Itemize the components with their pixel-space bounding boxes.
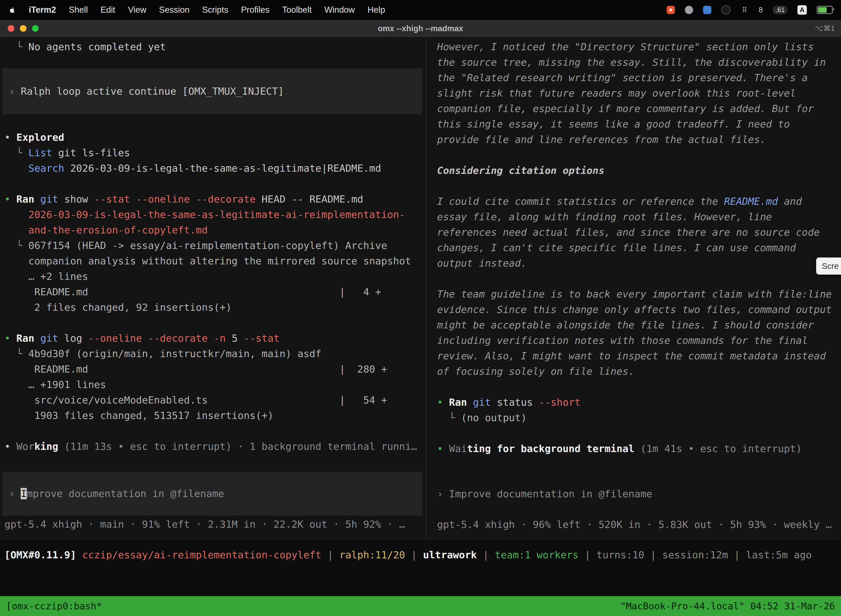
prompt-text-right[interactable]: › Improve documentation in @filename bbox=[437, 486, 841, 502]
thinking-line-3: output instead. bbox=[437, 255, 841, 271]
thinking-line-5: this single essay, it seems like a good … bbox=[437, 116, 841, 132]
omx-status-bar: [OMX#0.11.9] cczip/essay/ai-reimplementa… bbox=[0, 539, 841, 596]
menu-status-icons: ⠿ 8 .61 A bbox=[667, 5, 833, 15]
git-show-more-lines: … +2 lines bbox=[4, 269, 426, 284]
thinking-line-4: review. Also, I might want to inspect th… bbox=[437, 348, 841, 364]
git-show-commit-line: └ 067f154 (HEAD -> essay/ai-reimplementa… bbox=[4, 238, 426, 253]
prompt-text-left[interactable]: › Improve documentation in @filename bbox=[9, 486, 422, 502]
apple-menu-icon[interactable] bbox=[8, 5, 16, 15]
terminal: └ No agents completed yet › Ralph loop a… bbox=[0, 37, 841, 616]
thinking-line-0: The team guideline is to back every impo… bbox=[437, 286, 841, 302]
dark-app-icon[interactable] bbox=[721, 5, 731, 15]
thinking-line-6: provide file and line references from th… bbox=[437, 132, 841, 147]
thinking-paragraph-2-first: I could cite commit statistics or refere… bbox=[437, 194, 841, 209]
agents-status-line: └ No agents completed yet bbox=[4, 39, 426, 55]
thinking-line-2: the "Related research writing" section i… bbox=[437, 70, 841, 85]
thinking-line-1: references need actual files, and since … bbox=[437, 224, 841, 240]
prompt-input-left[interactable]: › Improve documentation in @filename bbox=[2, 472, 422, 516]
traffic-lights bbox=[8, 25, 39, 32]
status-badge[interactable]: .61 bbox=[773, 6, 787, 14]
menu-item-2[interactable]: View bbox=[128, 5, 147, 15]
git-status-output: └ (no output) bbox=[437, 410, 841, 425]
explored-list-cmd: └ List git ls-files bbox=[4, 145, 426, 161]
menu-item-3[interactable]: Session bbox=[159, 5, 189, 15]
ran-git-log-cmd: • Ran git log --oneline --decorate -n 5 … bbox=[4, 331, 426, 346]
thinking-line-5: of focusing solely on file lines. bbox=[437, 364, 841, 379]
input-source-icon[interactable]: A bbox=[797, 5, 807, 15]
minimize-window-button[interactable] bbox=[20, 25, 26, 32]
git-log-summary: 1903 files changed, 513517 insertions(+) bbox=[4, 408, 426, 423]
thinking-line-1: evidence. Since this change only affects… bbox=[437, 302, 841, 317]
git-show-commit-msg: companion analysis without altering the … bbox=[4, 253, 426, 269]
waiting-status-line: • Waiting for background terminal (1m 41… bbox=[437, 441, 841, 456]
thinking-paragraph-2: essay file, along with finding root file… bbox=[437, 209, 841, 271]
thinking-line-2: might be acceptable alongside the file l… bbox=[437, 317, 841, 333]
git-show-filename-2: and-the-erosion-of-copyleft.md bbox=[4, 223, 426, 238]
ran-git-status-cmd: • Ran git status --short bbox=[437, 395, 841, 410]
screen-recording-indicator-icon[interactable] bbox=[667, 6, 675, 14]
window-title-bar: omx --xhigh --madmax ⌥⌘1 bbox=[0, 20, 841, 37]
menu-item-7[interactable]: Window bbox=[324, 5, 355, 15]
terminal-pane-right[interactable]: However, I noticed the "Directory Struct… bbox=[426, 37, 841, 539]
tmux-status-bar: [omx-cczip0:bash* "MacBook-Pro-44.local"… bbox=[0, 596, 841, 616]
menu-item-1[interactable]: Edit bbox=[100, 5, 115, 15]
thinking-line-0: However, I noticed the "Directory Struct… bbox=[437, 39, 841, 55]
menu-item-4[interactable]: Scripts bbox=[202, 5, 229, 15]
menu-item-0[interactable]: Shell bbox=[69, 5, 88, 15]
menu-item-8[interactable]: Help bbox=[368, 5, 385, 15]
thinking-line-3: slight risk that future readers may over… bbox=[437, 85, 841, 101]
blue-app-icon[interactable] bbox=[703, 6, 711, 14]
git-log-stat-readme: README.md | 280 + bbox=[4, 362, 426, 377]
ralph-loop-text: › Ralph loop active continue [OMX_TMUX_I… bbox=[9, 84, 422, 99]
thinking-paragraph-1: However, I noticed the "Directory Struct… bbox=[437, 39, 841, 147]
menu-bar: iTerm2 ShellEditViewSessionScriptsProfil… bbox=[0, 0, 841, 20]
omx-status-line: [OMX#0.11.9] cczip/essay/ai-reimplementa… bbox=[4, 547, 841, 563]
thinking-line-3: including verification notes with those … bbox=[437, 333, 841, 348]
menu-items: ShellEditViewSessionScriptsProfilesToolb… bbox=[69, 5, 385, 15]
thinking-line-2: changes, I can't cite specific file line… bbox=[437, 240, 841, 255]
close-window-button[interactable] bbox=[8, 25, 14, 32]
ralph-loop-banner: › Ralph loop active continue [OMX_TMUX_I… bbox=[2, 69, 422, 114]
screen-overlay-button[interactable]: Scre bbox=[816, 258, 841, 274]
thinking-paragraph-3: The team guideline is to back every impo… bbox=[437, 286, 841, 379]
model-status-right: gpt-5.4 xhigh · 96% left · 520K in · 5.8… bbox=[437, 517, 841, 532]
git-show-filename-1: 2026-03-09-is-legal-the-same-as-legitima… bbox=[4, 207, 426, 223]
menu-item-5[interactable]: Profiles bbox=[241, 5, 269, 15]
working-status-line: • Working (11m 13s • esc to interrupt) ·… bbox=[4, 439, 426, 454]
ran-git-show-cmd: • Ran git show --stat --oneline --decora… bbox=[4, 192, 426, 207]
grid-app-icon[interactable]: ⠿ bbox=[741, 6, 749, 14]
window-shortcut-label: ⌥⌘1 bbox=[815, 24, 835, 33]
git-log-stat-voice: src/voice/voiceModeEnabled.ts | 54 + bbox=[4, 392, 426, 408]
git-log-more-lines: … +1901 lines bbox=[4, 377, 426, 392]
menu-item-app-name[interactable]: iTerm2 bbox=[29, 5, 56, 15]
git-show-summary: 2 files changed, 92 insertions(+) bbox=[4, 300, 426, 315]
window-title: omx --xhigh --madmax bbox=[378, 24, 463, 33]
explored-header: • Explored bbox=[4, 130, 426, 145]
tmux-host-clock-label: "MacBook-Pro-44.local" 04:52 31-Mar-26 bbox=[620, 601, 835, 612]
git-log-commit-line: └ 4b9d30f (origin/main, instructkr/main,… bbox=[4, 346, 426, 362]
terminal-pane-left[interactable]: └ No agents completed yet › Ralph loop a… bbox=[0, 37, 426, 539]
tmux-session-label: [omx-cczip0:bash* bbox=[6, 601, 102, 612]
thinking-line-0: essay file, along with finding root file… bbox=[437, 209, 841, 224]
explored-search-cmd: Search 2026-03-09-is-legal-the-same-as-l… bbox=[4, 161, 426, 176]
zoom-window-button[interactable] bbox=[32, 25, 39, 32]
number-status-icon[interactable]: 8 bbox=[759, 6, 763, 14]
model-status-left: gpt-5.4 xhigh · main · 91% left · 2.31M … bbox=[4, 517, 426, 532]
battery-icon[interactable] bbox=[817, 6, 833, 14]
thinking-heading: Considering citation options bbox=[437, 163, 841, 178]
thinking-line-1: the source tree, missing the essay. Stil… bbox=[437, 55, 841, 70]
menu-item-6[interactable]: Toolbelt bbox=[282, 5, 312, 15]
thinking-line-4: companion file, especially if more comme… bbox=[437, 101, 841, 116]
git-show-stat-readme: README.md | 4 + bbox=[4, 284, 426, 300]
compass-app-icon[interactable] bbox=[685, 6, 693, 14]
